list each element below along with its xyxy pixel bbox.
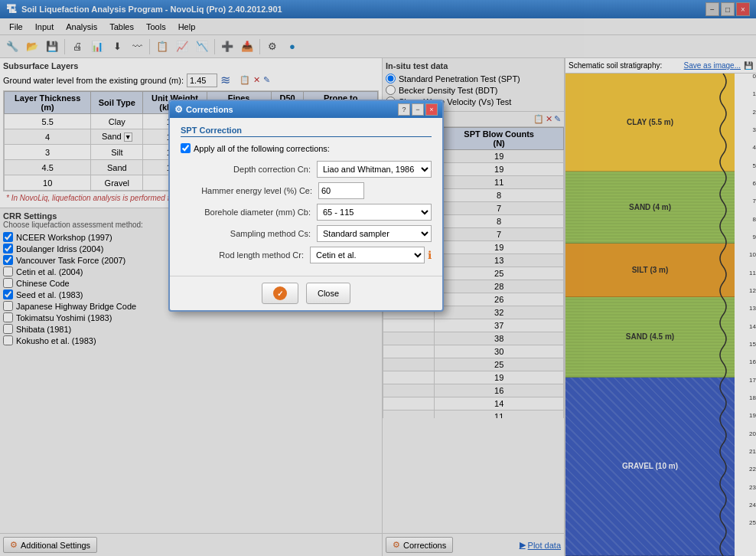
dialog-icon: ⚙ [174, 104, 183, 115]
dialog-min-btn[interactable]: − [412, 103, 424, 116]
borehole-label: Borehole diameter (mm) Cb: [181, 208, 317, 217]
sampling-select[interactable]: Standard sampler Sampler without liners [317, 225, 432, 242]
depth-correction-select[interactable]: Liao and Whitman, 1986 Kayen et al., 199… [317, 161, 432, 178]
dialog-close-btn[interactable]: × [425, 103, 438, 116]
apply-checkbox[interactable] [181, 143, 191, 153]
hammer-energy-control [318, 182, 432, 199]
dialog-help-btn[interactable]: ? [398, 103, 410, 116]
hammer-energy-row: Hammer energy level (%) Ce: [181, 182, 432, 199]
dialog-footer: ✓ Close [170, 276, 442, 310]
corrections-dialog: ⚙ Corrections ? − × SPT Correction Apply… [168, 100, 444, 312]
dialog-close-action-btn[interactable]: Close [306, 283, 350, 304]
dialog-ok-btn[interactable]: ✓ [262, 283, 298, 304]
close-btn-label: Close [318, 289, 339, 298]
rod-length-label: Rod length method Cr: [181, 250, 310, 260]
depth-correction-control: Liao and Whitman, 1986 Kayen et al., 199… [317, 161, 432, 178]
borehole-select[interactable]: 65 - 115 115 - 150 > 150 [317, 204, 432, 221]
dialog-titlebar-left: ⚙ Corrections [174, 104, 233, 115]
ok-icon: ✓ [273, 286, 287, 300]
dialog-overlay: ⚙ Corrections ? − × SPT Correction Apply… [0, 0, 756, 556]
apply-label: Apply all of the following corrections: [194, 144, 330, 153]
borehole-row: Borehole diameter (mm) Cb: 65 - 115 115 … [181, 204, 432, 221]
rod-length-row: Rod length method Cr: Cetin et al. Youd … [181, 247, 432, 263]
sampling-row: Sampling method Cs: Standard sampler Sam… [181, 225, 432, 242]
dialog-section-title: SPT Correction [181, 126, 432, 137]
rod-length-control: Cetin et al. Youd et al. Skempton ℹ [310, 247, 432, 263]
depth-correction-row: Depth correction Cn: Liao and Whitman, 1… [181, 161, 432, 178]
sampling-label: Sampling method Cs: [181, 229, 317, 238]
rod-length-select[interactable]: Cetin et al. Youd et al. Skempton [310, 247, 425, 263]
dialog-title: Corrections [186, 105, 233, 114]
hammer-energy-input[interactable] [318, 182, 364, 199]
borehole-control: 65 - 115 115 - 150 > 150 [317, 204, 432, 221]
dialog-content: SPT Correction Apply all of the followin… [170, 118, 442, 276]
dialog-titlebar: ⚙ Corrections ? − × [170, 101, 442, 118]
hammer-energy-label: Hammer energy level (%) Ce: [181, 186, 318, 195]
depth-correction-label: Depth correction Cn: [181, 165, 317, 174]
apply-row: Apply all of the following corrections: [181, 143, 432, 153]
rod-info-icon: ℹ [428, 249, 432, 261]
dialog-controls[interactable]: ? − × [398, 103, 438, 116]
sampling-control: Standard sampler Sampler without liners [317, 225, 432, 242]
